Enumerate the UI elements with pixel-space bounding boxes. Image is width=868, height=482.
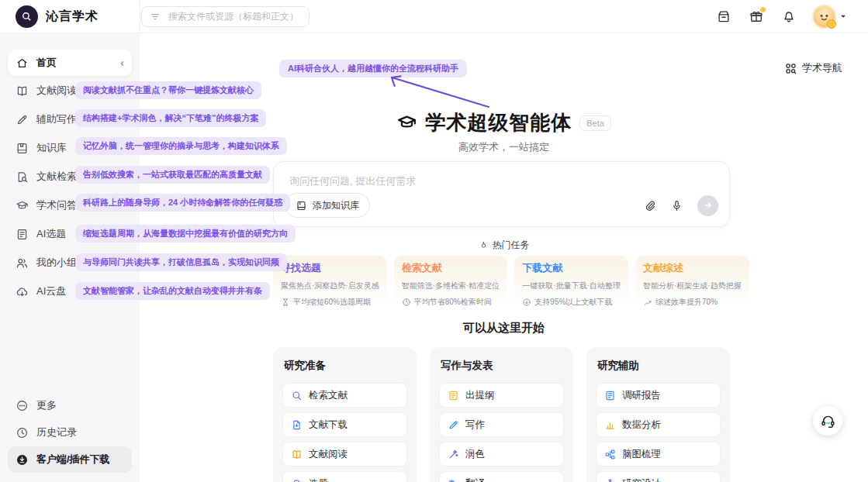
quick-action-label: 调研报告: [622, 389, 661, 402]
bar-chart-icon: [604, 419, 616, 431]
collapse-sidebar-button[interactable]: ‹: [120, 57, 124, 68]
ai-composer: 添加知识库: [273, 161, 730, 227]
hot-task-stat: 综述效率提升70%: [643, 297, 742, 308]
trend-icon: [643, 298, 652, 307]
hot-task-card-literature-review[interactable]: 文献综述智能分析·框架生成·趋势把握综述效率提升70%: [635, 256, 749, 315]
start-column-title: 研究辅助: [597, 359, 719, 373]
quick-action-literature-download[interactable]: 文献下载: [282, 412, 407, 437]
report-icon: [604, 390, 616, 401]
hot-tasks-label: 热门任务: [493, 239, 530, 252]
quick-action-data-analysis[interactable]: 数据分析: [596, 412, 721, 437]
prompt-input[interactable]: [288, 173, 718, 195]
wand-icon: [448, 449, 459, 460]
quick-action-literature-reading[interactable]: 文献阅读: [282, 442, 407, 467]
sidebar-item-ai-topic[interactable]: AI选题: [8, 220, 132, 248]
quick-action-label: 文献阅读: [309, 448, 348, 461]
hot-task-card-search-literature[interactable]: 检索文献智能筛选·多维检索·精准定位平均节省80%检索时间: [394, 256, 508, 315]
quick-action-writing[interactable]: 写作: [439, 412, 564, 437]
sidebar-item-client-download[interactable]: 客户端/插件下载: [8, 446, 132, 473]
home-icon: [16, 57, 29, 70]
microphone-icon[interactable]: [670, 199, 683, 212]
user-menu[interactable]: [814, 6, 848, 27]
hot-task-card-find-topic[interactable]: 寻找选题聚焦热点·洞察趋势·启发灵感平均缩短60%选题周期: [273, 256, 387, 315]
sidebar-item-history[interactable]: 历史记录: [8, 419, 132, 446]
hot-task-card-download-literature[interactable]: 下载文献一键获取·批量下载·自动整理支持95%以上文献下载: [514, 256, 628, 315]
search-input[interactable]: [167, 10, 301, 22]
quick-action-label: 检索文献: [309, 389, 348, 402]
book-open-icon: [16, 84, 29, 98]
sidebar-item-label: AI云盘: [36, 284, 66, 298]
hot-task-title: 检索文献: [402, 261, 500, 275]
bulb-icon: [291, 478, 303, 482]
storage-box-icon[interactable]: [716, 9, 731, 24]
quick-action-research-report[interactable]: 调研报告: [596, 383, 721, 408]
start-column-title: 写作与发表: [441, 359, 562, 373]
quick-action-polish[interactable]: 润色: [439, 442, 564, 467]
logo-magnifier-icon: [16, 5, 38, 28]
page-title: 学术超级智能体: [425, 109, 572, 136]
start-column-research-assist: 研究辅助调研报告数据分析脑图梳理研究设计: [586, 347, 730, 482]
sidebar-item-label: 首页: [36, 56, 57, 70]
sidebar-item-label: 客户端/插件下载: [36, 453, 110, 467]
search-icon: [291, 390, 303, 401]
flask-icon: [604, 478, 616, 482]
notification-dot: [759, 6, 766, 13]
quick-action-label: 选题: [309, 477, 328, 482]
avatar: [814, 6, 835, 27]
sidebar-item-literature-reading[interactable]: 文献阅读: [8, 77, 132, 105]
quick-action-search-literature[interactable]: 检索文献: [282, 383, 407, 408]
hot-task-desc: 智能分析·框架生成·趋势把握: [643, 281, 742, 291]
grad-cap-icon: [16, 199, 29, 212]
quick-action-research-design[interactable]: 研究设计: [596, 471, 721, 482]
gift-icon[interactable]: [749, 9, 764, 24]
quick-action-mindmap[interactable]: 脑图梳理: [596, 442, 721, 467]
sidebar-item-home[interactable]: 首页‹: [8, 50, 132, 76]
customer-support-button[interactable]: [813, 406, 842, 436]
quick-action-label: 润色: [465, 448, 485, 461]
sidebar-item-my-groups[interactable]: 我的小组: [8, 249, 132, 277]
quick-action-outline[interactable]: 出提纲: [439, 383, 564, 408]
doc-search-icon: [16, 170, 29, 184]
sidebar-item-ai-cloud[interactable]: AI云盘: [8, 277, 132, 305]
doc-download-icon: [291, 419, 303, 431]
clock-icon: [402, 298, 411, 307]
sidebar-item-more[interactable]: 更多: [8, 392, 132, 418]
sidebar-item-label: 文献阅读: [36, 84, 77, 98]
hot-task-title: 下载文献: [522, 261, 621, 275]
global-search[interactable]: [141, 6, 310, 27]
add-knowledge-base-button[interactable]: 添加知识库: [285, 193, 370, 218]
sidebar: 首页‹文献阅读辅助写作知识库文献检索学术问答AI选题我的小组AI云盘 更多历史记…: [0, 33, 140, 482]
doc-lines-icon: [448, 390, 459, 401]
book-open-icon: [291, 449, 303, 460]
sidebar-item-label: 知识库: [36, 141, 67, 155]
main-content: AI科研合伙人，越用越懂你的全流程科研助手 学术导航 学术超级智能体 Beta …: [140, 33, 868, 482]
start-here-label: 可以从这里开始: [140, 321, 868, 336]
pen-icon: [448, 419, 459, 431]
sidebar-item-academic-qa[interactable]: 学术问答: [8, 191, 132, 219]
start-column-research-prep: 研究准备检索文献文献下载文献阅读选题: [273, 347, 417, 482]
notification-bell-icon[interactable]: [781, 9, 797, 24]
flame-icon: [479, 240, 489, 250]
quick-action-translate[interactable]: 翻译: [439, 471, 564, 482]
app-logo[interactable]: 沁言学术: [0, 5, 124, 28]
quick-action-label: 数据分析: [622, 418, 661, 432]
more-icon: [16, 399, 29, 412]
sidebar-item-knowledge-base[interactable]: 知识库: [8, 134, 132, 162]
arrow-right-icon: [703, 200, 714, 211]
headset-icon: [820, 413, 836, 429]
sidebar-item-writing-assist[interactable]: 辅助写作: [8, 105, 132, 133]
hourglass-icon: [281, 298, 290, 307]
quick-action-topic-selection[interactable]: 选题: [282, 471, 407, 482]
sidebar-item-literature-search[interactable]: 文献检索: [8, 163, 132, 191]
avatar-badge: [827, 19, 836, 29]
academic-nav-link[interactable]: 学术导航: [784, 61, 842, 75]
send-button[interactable]: [697, 195, 718, 216]
journal-icon: [16, 142, 29, 155]
mindmap-icon: [604, 449, 616, 460]
paperclip-icon[interactable]: [643, 199, 656, 212]
filter-icon: [150, 11, 161, 22]
sidebar-item-label: 我的小组: [36, 256, 77, 270]
quick-action-label: 翻译: [465, 477, 485, 482]
doc-lines-icon: [16, 228, 29, 241]
start-column-title: 研究准备: [284, 359, 406, 373]
